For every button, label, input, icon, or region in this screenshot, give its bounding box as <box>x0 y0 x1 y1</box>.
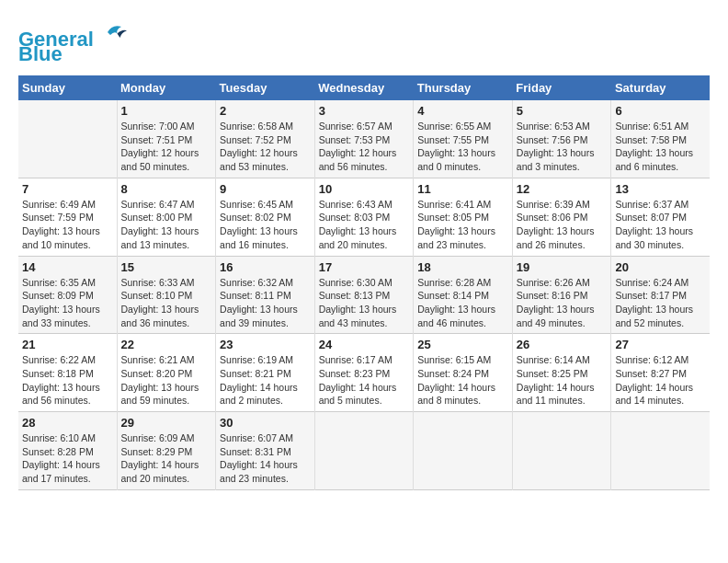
logo-bird-icon <box>102 18 130 46</box>
calendar-week-row: 1Sunrise: 7:00 AM Sunset: 7:51 PM Daylig… <box>18 100 710 178</box>
calendar-cell: 27Sunrise: 6:12 AM Sunset: 8:27 PM Dayli… <box>611 334 710 412</box>
day-number: 7 <box>22 182 113 196</box>
day-info: Sunrise: 6:07 AM Sunset: 8:31 PM Dayligh… <box>220 431 311 486</box>
calendar-cell: 11Sunrise: 6:41 AM Sunset: 8:05 PM Dayli… <box>414 178 513 256</box>
day-info: Sunrise: 6:57 AM Sunset: 7:53 PM Dayligh… <box>319 120 410 174</box>
day-info: Sunrise: 6:41 AM Sunset: 8:05 PM Dayligh… <box>417 198 508 252</box>
day-info: Sunrise: 6:30 AM Sunset: 8:13 PM Dayligh… <box>319 276 410 330</box>
calendar-cell: 18Sunrise: 6:28 AM Sunset: 8:14 PM Dayli… <box>414 256 513 334</box>
day-number: 10 <box>319 182 410 196</box>
calendar-table: SundayMondayTuesdayWednesdayThursdayFrid… <box>18 75 710 490</box>
day-info: Sunrise: 6:43 AM Sunset: 8:03 PM Dayligh… <box>319 198 410 252</box>
day-info: Sunrise: 6:17 AM Sunset: 8:23 PM Dayligh… <box>319 353 410 408</box>
day-number: 1 <box>121 104 212 118</box>
calendar-cell: 12Sunrise: 6:39 AM Sunset: 8:06 PM Dayli… <box>512 178 611 256</box>
day-info: Sunrise: 6:58 AM Sunset: 7:52 PM Dayligh… <box>220 120 311 174</box>
col-header-monday: Monday <box>117 75 216 100</box>
calendar-cell: 29Sunrise: 6:09 AM Sunset: 8:29 PM Dayli… <box>117 412 216 490</box>
day-number: 18 <box>417 260 508 274</box>
day-number: 27 <box>615 338 706 351</box>
calendar-cell <box>611 412 710 490</box>
day-number: 22 <box>121 338 212 351</box>
calendar-cell <box>18 100 117 178</box>
col-header-friday: Friday <box>512 75 611 100</box>
day-info: Sunrise: 6:26 AM Sunset: 8:16 PM Dayligh… <box>517 276 608 330</box>
day-number: 25 <box>417 338 508 351</box>
calendar-cell: 3Sunrise: 6:57 AM Sunset: 7:53 PM Daylig… <box>314 100 414 178</box>
day-number: 11 <box>417 182 508 196</box>
day-info: Sunrise: 6:28 AM Sunset: 8:14 PM Dayligh… <box>417 276 508 330</box>
day-number: 5 <box>517 104 608 118</box>
calendar-cell: 23Sunrise: 6:19 AM Sunset: 8:21 PM Dayli… <box>216 334 315 412</box>
calendar-cell: 24Sunrise: 6:17 AM Sunset: 8:23 PM Dayli… <box>314 334 414 412</box>
day-number: 19 <box>517 260 608 274</box>
day-number: 14 <box>22 260 113 274</box>
calendar-cell: 22Sunrise: 6:21 AM Sunset: 8:20 PM Dayli… <box>117 334 216 412</box>
day-info: Sunrise: 7:00 AM Sunset: 7:51 PM Dayligh… <box>121 120 212 174</box>
calendar-cell: 13Sunrise: 6:37 AM Sunset: 8:07 PM Dayli… <box>611 178 710 256</box>
day-info: Sunrise: 6:35 AM Sunset: 8:09 PM Dayligh… <box>22 276 113 330</box>
day-number: 28 <box>22 416 113 430</box>
calendar-cell: 10Sunrise: 6:43 AM Sunset: 8:03 PM Dayli… <box>314 178 414 256</box>
day-info: Sunrise: 6:09 AM Sunset: 8:29 PM Dayligh… <box>121 431 212 486</box>
col-header-thursday: Thursday <box>414 75 513 100</box>
calendar-cell <box>512 412 611 490</box>
day-info: Sunrise: 6:51 AM Sunset: 7:58 PM Dayligh… <box>615 120 706 174</box>
day-info: Sunrise: 6:19 AM Sunset: 8:21 PM Dayligh… <box>220 353 311 408</box>
day-number: 3 <box>319 104 410 118</box>
day-number: 9 <box>220 182 311 196</box>
day-number: 21 <box>22 338 113 351</box>
calendar-cell: 20Sunrise: 6:24 AM Sunset: 8:17 PM Dayli… <box>611 256 710 334</box>
col-header-wednesday: Wednesday <box>314 75 414 100</box>
day-info: Sunrise: 6:21 AM Sunset: 8:20 PM Dayligh… <box>121 353 212 408</box>
day-number: 29 <box>121 416 212 430</box>
day-number: 4 <box>417 104 508 118</box>
day-info: Sunrise: 6:39 AM Sunset: 8:06 PM Dayligh… <box>517 198 608 252</box>
calendar-cell: 25Sunrise: 6:15 AM Sunset: 8:24 PM Dayli… <box>414 334 513 412</box>
calendar-cell: 2Sunrise: 6:58 AM Sunset: 7:52 PM Daylig… <box>216 100 315 178</box>
calendar-cell <box>414 412 513 490</box>
day-info: Sunrise: 6:14 AM Sunset: 8:25 PM Dayligh… <box>517 353 608 408</box>
day-number: 24 <box>319 338 410 351</box>
calendar-cell: 19Sunrise: 6:26 AM Sunset: 8:16 PM Dayli… <box>512 256 611 334</box>
day-number: 20 <box>615 260 706 274</box>
day-number: 13 <box>615 182 706 196</box>
day-info: Sunrise: 6:33 AM Sunset: 8:10 PM Dayligh… <box>121 276 212 330</box>
day-number: 17 <box>319 260 410 274</box>
calendar-cell: 5Sunrise: 6:53 AM Sunset: 7:56 PM Daylig… <box>512 100 611 178</box>
day-number: 26 <box>517 338 608 351</box>
day-info: Sunrise: 6:15 AM Sunset: 8:24 PM Dayligh… <box>417 353 508 408</box>
calendar-cell: 9Sunrise: 6:45 AM Sunset: 8:02 PM Daylig… <box>216 178 315 256</box>
day-info: Sunrise: 6:32 AM Sunset: 8:11 PM Dayligh… <box>220 276 311 330</box>
day-number: 12 <box>517 182 608 196</box>
calendar-cell: 4Sunrise: 6:55 AM Sunset: 7:55 PM Daylig… <box>414 100 513 178</box>
day-number: 15 <box>121 260 212 274</box>
day-info: Sunrise: 6:24 AM Sunset: 8:17 PM Dayligh… <box>615 276 706 330</box>
col-header-tuesday: Tuesday <box>216 75 315 100</box>
day-number: 23 <box>220 338 311 351</box>
calendar-cell: 8Sunrise: 6:47 AM Sunset: 8:00 PM Daylig… <box>117 178 216 256</box>
day-number: 30 <box>220 416 311 430</box>
calendar-cell: 17Sunrise: 6:30 AM Sunset: 8:13 PM Dayli… <box>314 256 414 334</box>
day-info: Sunrise: 6:10 AM Sunset: 8:28 PM Dayligh… <box>22 431 113 486</box>
day-number: 2 <box>220 104 311 118</box>
calendar-cell: 7Sunrise: 6:49 AM Sunset: 7:59 PM Daylig… <box>18 178 117 256</box>
day-info: Sunrise: 6:45 AM Sunset: 8:02 PM Dayligh… <box>220 198 311 252</box>
col-header-saturday: Saturday <box>611 75 710 100</box>
day-info: Sunrise: 6:53 AM Sunset: 7:56 PM Dayligh… <box>517 120 608 174</box>
day-number: 6 <box>615 104 706 118</box>
calendar-week-row: 14Sunrise: 6:35 AM Sunset: 8:09 PM Dayli… <box>18 256 710 334</box>
day-number: 16 <box>220 260 311 274</box>
calendar-cell: 16Sunrise: 6:32 AM Sunset: 8:11 PM Dayli… <box>216 256 315 334</box>
day-info: Sunrise: 6:55 AM Sunset: 7:55 PM Dayligh… <box>417 120 508 174</box>
calendar-cell: 21Sunrise: 6:22 AM Sunset: 8:18 PM Dayli… <box>18 334 117 412</box>
calendar-week-row: 28Sunrise: 6:10 AM Sunset: 8:28 PM Dayli… <box>18 412 710 490</box>
calendar-cell: 26Sunrise: 6:14 AM Sunset: 8:25 PM Dayli… <box>512 334 611 412</box>
day-info: Sunrise: 6:37 AM Sunset: 8:07 PM Dayligh… <box>615 198 706 252</box>
day-info: Sunrise: 6:49 AM Sunset: 7:59 PM Dayligh… <box>22 198 113 252</box>
logo: General Blue <box>18 18 130 66</box>
header: General Blue <box>18 18 710 66</box>
calendar-header-row: SundayMondayTuesdayWednesdayThursdayFrid… <box>18 75 710 100</box>
day-info: Sunrise: 6:47 AM Sunset: 8:00 PM Dayligh… <box>121 198 212 252</box>
calendar-week-row: 7Sunrise: 6:49 AM Sunset: 7:59 PM Daylig… <box>18 178 710 256</box>
